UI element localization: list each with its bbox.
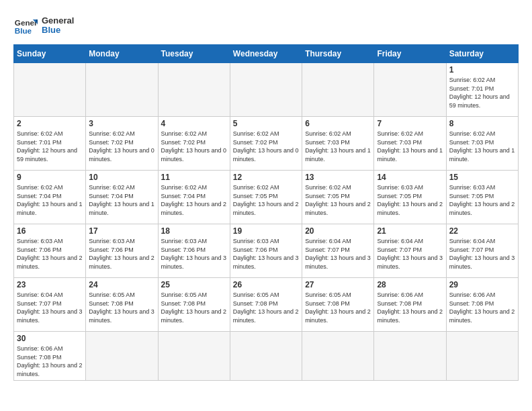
day-cell bbox=[158, 63, 230, 117]
day-number: 24 bbox=[89, 280, 154, 289]
header-row: SundayMondayTuesdayWednesdayThursdayFrid… bbox=[14, 45, 519, 63]
logo-blue-text: Blue bbox=[42, 26, 74, 35]
day-number: 13 bbox=[305, 173, 371, 182]
header-thursday: Thursday bbox=[302, 45, 374, 63]
day-info: Sunrise: 6:02 AM Sunset: 7:03 PM Dayligh… bbox=[449, 130, 515, 163]
day-cell bbox=[86, 332, 158, 381]
day-cell: 26Sunrise: 6:05 AM Sunset: 7:08 PM Dayli… bbox=[230, 278, 302, 332]
day-info: Sunrise: 6:02 AM Sunset: 7:04 PM Dayligh… bbox=[89, 183, 154, 217]
day-number: 21 bbox=[377, 226, 443, 236]
header-monday: Monday bbox=[86, 45, 158, 63]
header-sunday: Sunday bbox=[14, 45, 86, 63]
header-wednesday: Wednesday bbox=[230, 45, 302, 63]
day-cell: 16Sunrise: 6:03 AM Sunset: 7:06 PM Dayli… bbox=[14, 224, 86, 278]
day-cell: 17Sunrise: 6:03 AM Sunset: 7:06 PM Dayli… bbox=[86, 224, 158, 278]
day-number: 16 bbox=[17, 226, 83, 236]
day-number: 15 bbox=[449, 173, 515, 182]
day-info: Sunrise: 6:03 AM Sunset: 7:05 PM Dayligh… bbox=[449, 183, 515, 217]
day-cell bbox=[230, 63, 302, 117]
day-cell bbox=[230, 332, 302, 381]
day-number: 20 bbox=[305, 226, 371, 236]
week-row-5: 30Sunrise: 6:06 AM Sunset: 7:08 PM Dayli… bbox=[14, 332, 519, 381]
week-row-0: 1Sunrise: 6:02 AM Sunset: 7:01 PM Daylig… bbox=[14, 63, 519, 117]
day-info: Sunrise: 6:06 AM Sunset: 7:08 PM Dayligh… bbox=[377, 291, 443, 324]
day-info: Sunrise: 6:05 AM Sunset: 7:08 PM Dayligh… bbox=[233, 291, 299, 324]
week-row-3: 16Sunrise: 6:03 AM Sunset: 7:06 PM Dayli… bbox=[14, 224, 519, 278]
day-info: Sunrise: 6:02 AM Sunset: 7:01 PM Dayligh… bbox=[449, 76, 515, 109]
day-info: Sunrise: 6:02 AM Sunset: 7:02 PM Dayligh… bbox=[161, 130, 227, 163]
day-number: 29 bbox=[449, 280, 515, 289]
logo-general-text: General bbox=[42, 16, 74, 26]
day-info: Sunrise: 6:02 AM Sunset: 7:04 PM Dayligh… bbox=[17, 183, 83, 217]
day-cell: 15Sunrise: 6:03 AM Sunset: 7:05 PM Dayli… bbox=[446, 171, 518, 224]
day-number: 19 bbox=[233, 226, 299, 236]
day-cell bbox=[302, 332, 374, 381]
day-number: 11 bbox=[161, 173, 227, 182]
day-cell: 12Sunrise: 6:02 AM Sunset: 7:05 PM Dayli… bbox=[230, 171, 302, 224]
logo-icon: General Blue bbox=[13, 13, 38, 38]
day-cell: 19Sunrise: 6:03 AM Sunset: 7:06 PM Dayli… bbox=[230, 224, 302, 278]
day-number: 27 bbox=[305, 280, 371, 289]
day-number: 17 bbox=[89, 226, 154, 236]
day-info: Sunrise: 6:03 AM Sunset: 7:06 PM Dayligh… bbox=[161, 237, 227, 271]
day-cell: 8Sunrise: 6:02 AM Sunset: 7:03 PM Daylig… bbox=[446, 117, 518, 171]
day-number: 10 bbox=[89, 173, 154, 182]
week-row-4: 23Sunrise: 6:04 AM Sunset: 7:07 PM Dayli… bbox=[14, 278, 519, 332]
day-number: 25 bbox=[161, 280, 227, 289]
day-number: 8 bbox=[449, 119, 515, 128]
day-info: Sunrise: 6:02 AM Sunset: 7:04 PM Dayligh… bbox=[161, 183, 227, 217]
day-number: 6 bbox=[305, 119, 371, 128]
day-cell bbox=[86, 63, 158, 117]
day-info: Sunrise: 6:02 AM Sunset: 7:02 PM Dayligh… bbox=[89, 130, 154, 163]
day-info: Sunrise: 6:04 AM Sunset: 7:07 PM Dayligh… bbox=[377, 237, 443, 271]
day-cell: 3Sunrise: 6:02 AM Sunset: 7:02 PM Daylig… bbox=[86, 117, 158, 171]
day-number: 12 bbox=[233, 173, 299, 182]
day-info: Sunrise: 6:06 AM Sunset: 7:08 PM Dayligh… bbox=[449, 291, 515, 324]
day-cell: 1Sunrise: 6:02 AM Sunset: 7:01 PM Daylig… bbox=[446, 63, 518, 117]
day-number: 7 bbox=[377, 119, 443, 128]
day-cell: 6Sunrise: 6:02 AM Sunset: 7:03 PM Daylig… bbox=[302, 117, 374, 171]
day-cell: 18Sunrise: 6:03 AM Sunset: 7:06 PM Dayli… bbox=[158, 224, 230, 278]
day-cell: 24Sunrise: 6:05 AM Sunset: 7:08 PM Dayli… bbox=[86, 278, 158, 332]
day-cell: 22Sunrise: 6:04 AM Sunset: 7:07 PM Dayli… bbox=[446, 224, 518, 278]
day-info: Sunrise: 6:03 AM Sunset: 7:06 PM Dayligh… bbox=[89, 237, 154, 271]
day-number: 18 bbox=[161, 226, 227, 236]
day-info: Sunrise: 6:02 AM Sunset: 7:05 PM Dayligh… bbox=[233, 183, 299, 217]
day-info: Sunrise: 6:04 AM Sunset: 7:07 PM Dayligh… bbox=[449, 237, 515, 271]
day-cell: 28Sunrise: 6:06 AM Sunset: 7:08 PM Dayli… bbox=[374, 278, 446, 332]
day-info: Sunrise: 6:05 AM Sunset: 7:08 PM Dayligh… bbox=[305, 291, 371, 324]
day-info: Sunrise: 6:04 AM Sunset: 7:07 PM Dayligh… bbox=[17, 291, 83, 324]
day-number: 3 bbox=[89, 119, 154, 128]
day-info: Sunrise: 6:03 AM Sunset: 7:05 PM Dayligh… bbox=[377, 183, 443, 217]
day-cell bbox=[446, 332, 518, 381]
header-saturday: Saturday bbox=[446, 45, 518, 63]
day-info: Sunrise: 6:02 AM Sunset: 7:03 PM Dayligh… bbox=[305, 130, 371, 163]
day-number: 22 bbox=[449, 226, 515, 236]
day-cell: 9Sunrise: 6:02 AM Sunset: 7:04 PM Daylig… bbox=[14, 171, 86, 224]
header-tuesday: Tuesday bbox=[158, 45, 230, 63]
day-info: Sunrise: 6:02 AM Sunset: 7:03 PM Dayligh… bbox=[377, 130, 443, 163]
day-cell bbox=[374, 63, 446, 117]
day-info: Sunrise: 6:02 AM Sunset: 7:01 PM Dayligh… bbox=[17, 130, 83, 163]
day-cell: 21Sunrise: 6:04 AM Sunset: 7:07 PM Dayli… bbox=[374, 224, 446, 278]
day-number: 5 bbox=[233, 119, 299, 128]
day-cell: 25Sunrise: 6:05 AM Sunset: 7:08 PM Dayli… bbox=[158, 278, 230, 332]
day-info: Sunrise: 6:04 AM Sunset: 7:07 PM Dayligh… bbox=[305, 237, 371, 271]
day-cell: 4Sunrise: 6:02 AM Sunset: 7:02 PM Daylig… bbox=[158, 117, 230, 171]
day-cell: 20Sunrise: 6:04 AM Sunset: 7:07 PM Dayli… bbox=[302, 224, 374, 278]
day-cell: 11Sunrise: 6:02 AM Sunset: 7:04 PM Dayli… bbox=[158, 171, 230, 224]
day-cell: 2Sunrise: 6:02 AM Sunset: 7:01 PM Daylig… bbox=[14, 117, 86, 171]
day-info: Sunrise: 6:05 AM Sunset: 7:08 PM Dayligh… bbox=[161, 291, 227, 324]
logo: General Blue General Blue bbox=[13, 13, 74, 38]
day-number: 9 bbox=[17, 173, 83, 182]
day-cell bbox=[158, 332, 230, 381]
week-row-1: 2Sunrise: 6:02 AM Sunset: 7:01 PM Daylig… bbox=[14, 117, 519, 171]
day-number: 2 bbox=[17, 119, 83, 128]
day-number: 30 bbox=[17, 334, 83, 343]
day-info: Sunrise: 6:03 AM Sunset: 7:06 PM Dayligh… bbox=[233, 237, 299, 271]
day-cell: 23Sunrise: 6:04 AM Sunset: 7:07 PM Dayli… bbox=[14, 278, 86, 332]
page-header: General Blue General Blue bbox=[13, 13, 519, 38]
day-cell: 30Sunrise: 6:06 AM Sunset: 7:08 PM Dayli… bbox=[14, 332, 86, 381]
day-number: 23 bbox=[17, 280, 83, 289]
day-number: 28 bbox=[377, 280, 443, 289]
